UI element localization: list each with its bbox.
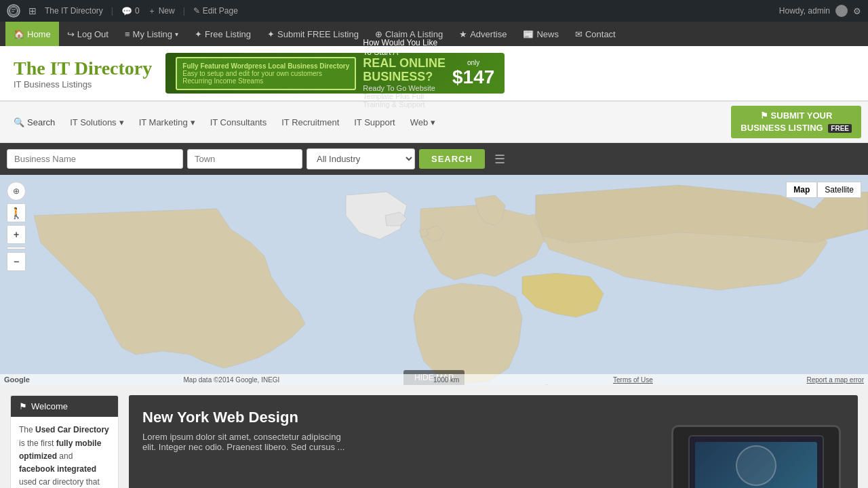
zoom-bar <box>7 247 26 249</box>
nav-free-listing[interactable]: ✦ Free Listing <box>186 22 259 46</box>
wp-logo[interactable] <box>7 4 20 18</box>
nav-submit-free[interactable]: ✦ Submit FREE Listing <box>259 22 367 46</box>
featured-listing-box[interactable]: New York Web Design Lorem ipsum dolor si… <box>129 395 858 488</box>
map-footer: Google Map data ©2014 Google, INEGI 1000… <box>0 374 868 385</box>
search-icon: 🔍 <box>14 117 24 127</box>
zoom-out-button[interactable]: − <box>7 252 26 271</box>
welcome-text: The Used Car Directory is the first full… <box>19 424 110 488</box>
filter-bar: All Industry SEARCH ☰ <box>0 143 868 175</box>
map-compass[interactable]: ⊕ <box>7 182 26 201</box>
admin-avatar[interactable] <box>835 5 848 17</box>
banner-headline: How Would You Like To Start A <box>363 38 446 57</box>
tablet-image <box>671 425 841 488</box>
map-controls: ⊕ 🚶 + − <box>7 182 26 271</box>
nav-logout[interactable]: ↪ Log Out <box>59 22 117 46</box>
chevron-down-icon: ▾ <box>119 117 124 127</box>
edit-page-link[interactable]: ✎ Edit Page <box>193 6 238 16</box>
street-view-button[interactable]: 🚶 <box>7 203 26 222</box>
flag-icon: ⚑ <box>19 401 27 411</box>
submit-listing-button[interactable]: ⚑ SUBMIT YOURBUSINESS LISTING FREE <box>731 106 861 138</box>
welcome-content: The Used Car Directory is the first full… <box>11 417 118 488</box>
welcome-box: ⚑ Welcome The Used Car Directory is the … <box>10 395 119 488</box>
free-listing-icon: ✦ <box>195 29 202 39</box>
site-logo: The IT Directory IT Business Listings <box>14 58 152 89</box>
svg-point-0 <box>7 5 20 17</box>
banner-tagline1: Fully Featured Wordpress Local Business … <box>182 62 349 70</box>
map-container: ⊕ 🚶 + − Map Satellite HIDE MAP Google Ma… <box>0 175 868 385</box>
search-nav-it-recruitment[interactable]: IT Recruitment <box>275 113 346 131</box>
scale-label: 1000 km <box>433 376 459 384</box>
nav-advertise[interactable]: ★ Advertise <box>451 22 515 46</box>
map-data-label: Map data ©2014 Google, INEGI <box>184 376 280 384</box>
howdy-label: Howdy, admin <box>779 6 830 16</box>
submit-icon: ✦ <box>267 29 275 39</box>
search-nav-it-support[interactable]: IT Support <box>347 113 401 131</box>
comment-bubble[interactable]: 💬 0 <box>121 6 140 16</box>
google-logo: Google <box>4 375 30 384</box>
site-title: The IT Directory <box>14 58 152 79</box>
free-badge: FREE <box>828 124 852 133</box>
industry-select[interactable]: All Industry <box>307 148 415 169</box>
banner-tagline2: Easy to setup and edit for your own cust… <box>182 70 349 77</box>
welcome-header: ⚑ Welcome <box>11 396 118 417</box>
new-item[interactable]: ＋ New <box>148 5 175 17</box>
contact-icon: ✉ <box>575 29 583 39</box>
nav-my-listing[interactable]: ≡ My Listing ▾ <box>117 22 186 46</box>
home-icon: 🏠 <box>14 29 24 39</box>
zoom-in-button[interactable]: + <box>7 225 26 244</box>
map-svg[interactable] <box>0 175 868 385</box>
search-button[interactable]: SEARCH <box>419 149 485 169</box>
header: The IT Directory IT Business Listings Fu… <box>0 46 868 101</box>
search-nav-it-solutions[interactable]: IT Solutions ▾ <box>63 113 130 131</box>
admin-bar-right: Howdy, admin ⚙ <box>779 5 861 17</box>
map-type-buttons: Map Satellite <box>786 182 861 198</box>
logout-icon: ↪ <box>67 29 75 39</box>
site-subtitle: IT Business Listings <box>14 79 152 89</box>
only-label: only <box>452 59 494 66</box>
banner-big-text: REAL ONLINE BUSINESS? <box>363 57 446 84</box>
nav-news[interactable]: 📰 News <box>515 22 567 46</box>
banner-price: only $147 <box>452 59 494 88</box>
facebook-integrated-text: facebook integrated <box>19 464 96 474</box>
price-label: $147 <box>452 66 494 88</box>
used-car-directory-text: Used Car Directory <box>35 425 109 434</box>
terms-link[interactable]: Terms of Use <box>613 376 653 384</box>
banner-center: How Would You Like To Start A REAL ONLIN… <box>363 38 446 108</box>
chevron-down-icon: ▾ <box>175 30 178 38</box>
chevron-down-icon: ▾ <box>431 117 435 127</box>
search-nav-it-marketing[interactable]: IT Marketing ▾ <box>132 113 202 131</box>
map-background: ⊕ 🚶 + − Map Satellite HIDE MAP Google Ma… <box>0 175 868 385</box>
mobile-optimized-text: fully mobile optimized <box>19 439 101 461</box>
nav-contact[interactable]: ✉ Contact <box>567 22 624 46</box>
banner-left: Fully Featured Wordpress Local Business … <box>176 57 356 90</box>
content-area: ⚑ Welcome The Used Car Directory is the … <box>0 385 868 488</box>
banner-ad[interactable]: Fully Featured Wordpress Local Business … <box>165 53 505 94</box>
chevron-down-icon: ▾ <box>191 117 195 127</box>
search-nav-search[interactable]: 🔍 Search <box>7 113 62 131</box>
news-icon: 📰 <box>523 29 534 39</box>
flag-icon: ⚑ <box>760 110 768 121</box>
admin-bar-left: ⊞ The IT Directory | 💬 0 ＋ New | ✎ Edit … <box>7 4 779 18</box>
map-view-button[interactable]: Map <box>786 182 817 198</box>
business-name-input[interactable] <box>7 149 183 169</box>
settings-icon[interactable]: ⚙ <box>853 6 861 16</box>
admin-bar: ⊞ The IT Directory | 💬 0 ＋ New | ✎ Edit … <box>0 0 868 22</box>
featured-image-overlay <box>654 395 858 488</box>
site-name-link[interactable]: The IT Directory <box>45 6 103 16</box>
banner-tagline3: Recurring Income Streams <box>182 77 349 85</box>
advertise-icon: ★ <box>459 29 467 39</box>
featured-description: Lorem ipsum dolor sit amet, consectetur … <box>142 432 346 452</box>
listing-icon: ≡ <box>125 29 130 39</box>
search-nav-web[interactable]: Web ▾ <box>403 113 443 131</box>
grid-icon[interactable]: ⊞ <box>28 5 37 16</box>
town-input[interactable] <box>187 149 302 169</box>
report-link[interactable]: Report a map error <box>807 376 864 384</box>
satellite-view-button[interactable]: Satellite <box>817 182 861 198</box>
search-nav-it-consultants[interactable]: IT Consultants <box>203 113 274 131</box>
nav-home[interactable]: 🏠 Home <box>5 22 59 46</box>
banner-subtext: Ready To Go Website Template Plus Full T… <box>363 84 446 108</box>
hamburger-menu-button[interactable]: ☰ <box>489 149 511 169</box>
